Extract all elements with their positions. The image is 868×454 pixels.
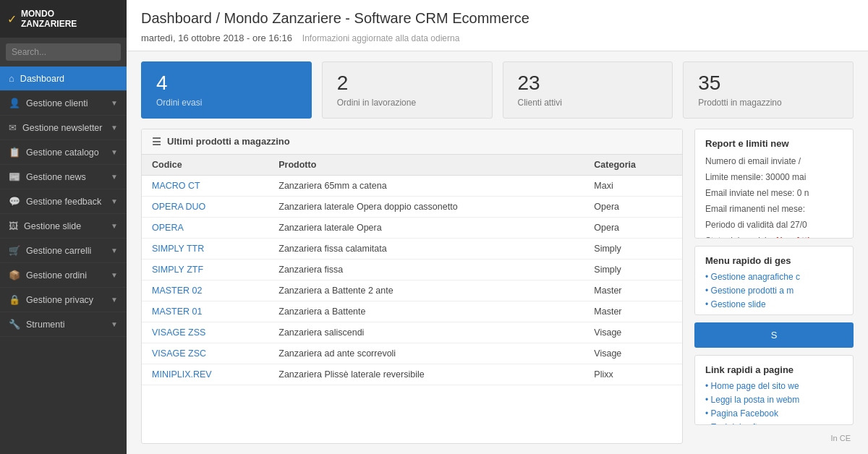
blue-button[interactable]: S (694, 322, 854, 348)
sidebar-arrow-icon: ▼ (111, 99, 118, 107)
link-rapidi-section: Link rapidi a pagine Home page del sito … (694, 355, 854, 425)
codice-link[interactable]: SIMPLY TTR (152, 244, 204, 254)
search-input[interactable] (6, 43, 121, 61)
menu-rapido-item[interactable]: Gestione anagrafiche c (705, 272, 843, 282)
link-rapidi-item[interactable]: Esci dal software (705, 422, 843, 425)
menu-rapido-link[interactable]: Gestione anagrafiche c (711, 272, 800, 282)
cell-codice[interactable]: SIMPLY ZTF (142, 259, 268, 280)
menu-rapido-title: Menu rapido di ges (705, 255, 843, 266)
products-table: Codice Prodotto Categoria MACRO CT Zanza… (142, 155, 682, 385)
link-rapidi-item[interactable]: Home page del sito we (705, 381, 843, 391)
table-row: OPERA Zanzariera laterale Opera Opera (142, 217, 682, 238)
cell-codice[interactable]: MINIPLIX.REV (142, 364, 268, 385)
cell-prodotto: Zanzariera laterale Opera doppio cassone… (268, 196, 584, 217)
menu-rapido-item[interactable]: Gestione slide (705, 299, 843, 309)
menu-rapido-link[interactable]: Gestione slide (711, 299, 766, 309)
cell-prodotto: Zanzariera a Battente 2 ante (268, 280, 584, 301)
table-row: SIMPLY TTR Zanzariera fissa calamitata S… (142, 238, 682, 259)
link-rapidi-link[interactable]: Esci dal software (711, 422, 777, 425)
sidebar-item-icon: 🔧 (9, 319, 20, 330)
cell-prodotto: Zanzariera a Battente (268, 301, 584, 322)
codice-link[interactable]: VISAGE ZSS (152, 327, 205, 338)
sidebar-item-gestione-clienti[interactable]: 👤 Gestione clienti ▼ (0, 91, 127, 116)
sidebar-item-gestione-slide[interactable]: 🖼 Gestione slide ▼ (0, 214, 127, 239)
sidebar-item-label: Dashboard (20, 74, 64, 84)
menu-rapido-link[interactable]: Gestione prodotti a m (711, 286, 794, 296)
codice-link[interactable]: OPERA DUO (152, 202, 205, 212)
link-rapidi-link[interactable]: Leggi la posta in webm (711, 395, 800, 405)
link-rapidi-item[interactable]: Pagina Facebook (705, 408, 843, 419)
sidebar-item-left: 🔧 Strumenti (9, 319, 65, 330)
stat-label: Ordini in lavorazione (337, 98, 477, 108)
cell-codice[interactable]: MASTER 01 (142, 301, 268, 322)
report-items: Numero di email inviate /Limite mensile:… (705, 155, 843, 239)
sidebar-item-left: 📦 Gestione ordini (9, 270, 87, 280)
sidebar-item-icon: 🛒 (9, 245, 20, 256)
table-row: MACRO CT Zanzariera 65mm a catena Maxi (142, 175, 682, 196)
codice-link[interactable]: MASTER 02 (152, 286, 202, 296)
cell-prodotto: Zanzariera ad ante scorrevoli (268, 343, 584, 364)
codice-link[interactable]: OPERA (152, 223, 184, 233)
logo-line1: MONDO (21, 9, 77, 19)
report-item: Numero di email inviate / (705, 155, 843, 168)
sidebar-item-gestione-carrelli[interactable]: 🛒 Gestione carrelli ▼ (0, 239, 127, 263)
page-title: Dashboard / Mondo Zanzariere - Software … (141, 10, 854, 27)
sidebar-item-dashboard[interactable]: ⌂ Dashboard (0, 67, 127, 91)
cell-codice[interactable]: SIMPLY TTR (142, 238, 268, 259)
table-section: ☰ Ultimi prodotti a magazzino Codice Pro… (141, 129, 683, 444)
sidebar-item-label: Gestione clienti (26, 98, 88, 108)
sidebar-item-left: 📰 Gestione news (9, 171, 86, 182)
menu-rapido-link[interactable]: Gestione ordini del sito (711, 313, 799, 316)
cell-prodotto: Zanzariera saliscendi (268, 322, 584, 343)
table-row: SIMPLY ZTF Zanzariera fissa Simply (142, 259, 682, 280)
search-box[interactable] (0, 38, 127, 67)
sidebar-item-icon: 🖼 (9, 220, 18, 231)
cell-codice[interactable]: MACRO CT (142, 175, 268, 196)
cell-codice[interactable]: OPERA DUO (142, 196, 268, 217)
link-rapidi-link[interactable]: Home page del sito we (711, 381, 799, 391)
main-content: Dashboard / Mondo Zanzariere - Software … (127, 0, 868, 454)
sidebar-item-icon: 📰 (9, 171, 20, 182)
date-info: Informazioni aggiornate alla data odiern… (302, 33, 459, 43)
link-rapidi-list: Home page del sito weLeggi la posta in w… (705, 381, 843, 425)
report-item: Periodo di validità dal 27/0 (705, 218, 843, 231)
menu-rapido-item[interactable]: Gestione prodotti a m (705, 286, 843, 296)
cell-prodotto: Zanzariera fissa calamitata (268, 238, 584, 259)
sidebar-arrow-icon: ▼ (111, 124, 118, 132)
stat-card: 2 Ordini in lavorazione (322, 61, 493, 119)
col-prodotto: Prodotto (268, 155, 584, 176)
sidebar-arrow-icon: ▼ (111, 148, 118, 156)
codice-link[interactable]: VISAGE ZSC (152, 348, 206, 359)
sidebar-item-gestione-feedback[interactable]: 💬 Gestione feedback ▼ (0, 189, 127, 214)
sidebar: ✓ MONDO ZANZARIERE ⌂ Dashboard 👤 Gestion… (0, 0, 127, 454)
sidebar-item-icon: 🔒 (9, 294, 20, 305)
sidebar-item-left: 💬 Gestione feedback (9, 196, 101, 207)
cell-prodotto: Zanzariera laterale Opera (268, 217, 584, 238)
date-row: martedì, 16 ottobre 2018 - ore 16:16 Inf… (141, 33, 854, 43)
cell-codice[interactable]: MASTER 02 (142, 280, 268, 301)
sidebar-item-gestione-news[interactable]: 📰 Gestione news ▼ (0, 165, 127, 189)
codice-link[interactable]: MINIPLIX.REV (152, 369, 212, 380)
cell-codice[interactable]: OPERA (142, 217, 268, 238)
cell-codice[interactable]: VISAGE ZSS (142, 322, 268, 343)
sidebar-item-gestione-privacy[interactable]: 🔒 Gestione privacy ▼ (0, 288, 127, 312)
cell-codice[interactable]: VISAGE ZSC (142, 343, 268, 364)
sidebar-item-strumenti[interactable]: 🔧 Strumenti ▼ (0, 312, 127, 337)
right-panel: Report e limiti new Numero di email invi… (694, 129, 854, 444)
sidebar-item-left: 🖼 Gestione slide (9, 220, 81, 231)
codice-link[interactable]: MACRO CT (152, 181, 200, 191)
stat-number: 2 (337, 72, 477, 95)
sidebar-item-label: Gestione feedback (26, 197, 101, 207)
sidebar-item-gestione-ordini[interactable]: 📦 Gestione ordini ▼ (0, 263, 127, 288)
cell-categoria: Visage (584, 343, 682, 364)
codice-link[interactable]: SIMPLY ZTF (152, 265, 203, 275)
codice-link[interactable]: MASTER 01 (152, 307, 202, 317)
sidebar-item-gestione-catalogo[interactable]: 📋 Gestione catalogo ▼ (0, 140, 127, 165)
table-row: VISAGE ZSS Zanzariera saliscendi Visage (142, 322, 682, 343)
link-rapidi-item[interactable]: Leggi la posta in webm (705, 395, 843, 405)
table-row: MASTER 01 Zanzariera a Battente Master (142, 301, 682, 322)
link-rapidi-link[interactable]: Pagina Facebook (711, 408, 778, 419)
sidebar-arrow-icon: ▼ (111, 197, 118, 205)
menu-rapido-item[interactable]: Gestione ordini del sito (705, 313, 843, 316)
sidebar-item-gestione-newsletter[interactable]: ✉ Gestione newsletter ▼ (0, 116, 127, 140)
